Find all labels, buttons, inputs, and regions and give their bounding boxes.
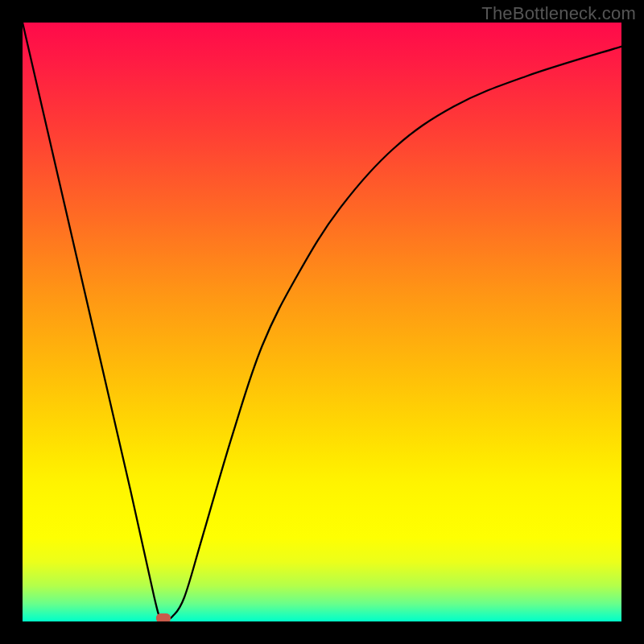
- bottleneck-curve: [23, 23, 621, 621]
- optimum-marker: [156, 613, 171, 621]
- plot-area: [23, 23, 621, 621]
- chart-frame: TheBottleneck.com: [0, 0, 644, 644]
- watermark-text: TheBottleneck.com: [481, 3, 636, 24]
